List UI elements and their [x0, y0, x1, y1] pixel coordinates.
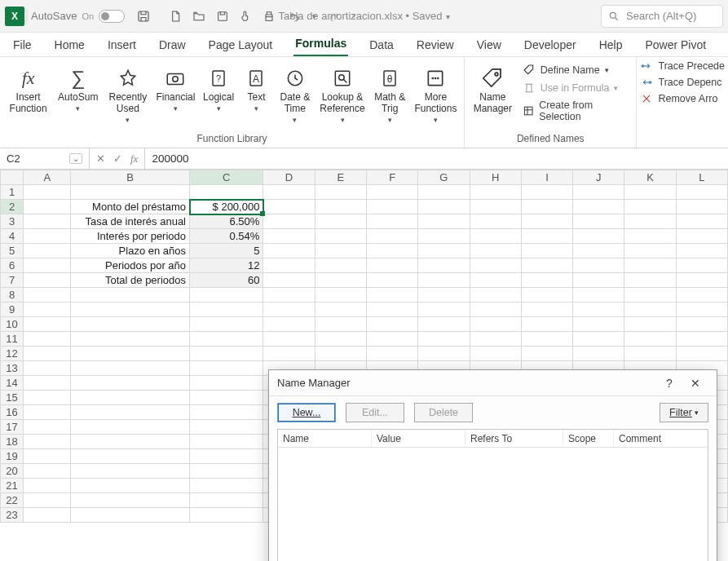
dialog-help-button[interactable]: ?	[656, 377, 682, 390]
cell-B13[interactable]	[71, 361, 190, 376]
cell-D9[interactable]	[263, 303, 315, 317]
fx-icon[interactable]: fx	[130, 152, 138, 166]
cell-H11[interactable]	[470, 332, 521, 347]
cell-I12[interactable]	[521, 347, 572, 361]
cell-L8[interactable]	[676, 288, 727, 303]
cell-C9[interactable]	[190, 303, 263, 317]
cell-H1[interactable]	[470, 185, 521, 200]
cell-L1[interactable]	[676, 185, 727, 200]
redo-dropdown-icon[interactable]: ▾	[352, 12, 356, 20]
cell-A15[interactable]	[24, 391, 71, 405]
cell-A11[interactable]	[24, 332, 71, 347]
cell-C21[interactable]	[190, 479, 263, 493]
cell-F9[interactable]	[366, 303, 417, 317]
cell-G5[interactable]	[418, 244, 470, 258]
col-header-value[interactable]: Value	[372, 430, 465, 447]
cell-I10[interactable]	[521, 317, 572, 332]
cell-E4[interactable]	[315, 229, 366, 244]
cell-G2[interactable]	[418, 200, 470, 214]
cell-C17[interactable]	[190, 420, 263, 435]
col-header-C[interactable]: C	[190, 170, 263, 185]
cell-B5[interactable]: Plazo en años	[71, 244, 190, 258]
cell-J6[interactable]	[573, 258, 624, 273]
tab-home[interactable]: Home	[53, 35, 86, 56]
cell-J8[interactable]	[573, 288, 624, 303]
cell-B4[interactable]: Interés por periodo	[71, 229, 190, 244]
row-header-12[interactable]: 12	[1, 347, 24, 361]
create-from-selection-button[interactable]: Create from Selection	[523, 99, 629, 122]
cell-H9[interactable]	[470, 303, 521, 317]
chevron-down-icon[interactable]: ⌄	[69, 153, 82, 164]
dialog-new-button[interactable]: New...	[277, 403, 336, 422]
recently-used-button[interactable]: Recently Used▾	[104, 62, 151, 129]
col-header-refers[interactable]: Refers To	[465, 430, 563, 447]
tab-page-layout[interactable]: Page Layout	[207, 35, 275, 56]
row-header-2[interactable]: 2	[1, 200, 24, 214]
cell-K6[interactable]	[624, 258, 676, 273]
col-header-F[interactable]: F	[366, 170, 417, 185]
trace-precedents-button[interactable]: Trace Precede	[640, 60, 725, 72]
tab-power-pivot[interactable]: Power Pivot	[643, 35, 708, 56]
cell-G3[interactable]	[418, 214, 470, 229]
undo-dropdown-icon[interactable]: ▾	[312, 12, 316, 20]
cell-F10[interactable]	[366, 317, 417, 332]
cell-I9[interactable]	[521, 303, 572, 317]
cell-A9[interactable]	[24, 303, 71, 317]
cell-I5[interactable]	[521, 244, 572, 258]
row-header-1[interactable]: 1	[1, 185, 24, 200]
cell-A10[interactable]	[24, 317, 71, 332]
cell-A1[interactable]	[24, 185, 71, 200]
financial-button[interactable]: Financial▾	[154, 62, 196, 117]
tab-help[interactable]: Help	[598, 35, 624, 56]
cell-G12[interactable]	[418, 347, 470, 361]
cell-D1[interactable]	[263, 185, 315, 200]
cell-A17[interactable]	[24, 420, 71, 435]
cell-K9[interactable]	[624, 303, 676, 317]
row-header-23[interactable]: 23	[1, 508, 24, 523]
cell-C3[interactable]: 6.50%	[190, 214, 263, 229]
tab-draw[interactable]: Draw	[157, 35, 188, 56]
cell-B20[interactable]	[71, 464, 190, 479]
tab-file[interactable]: File	[11, 35, 33, 56]
cell-J1[interactable]	[573, 185, 624, 200]
cell-H3[interactable]	[470, 214, 521, 229]
cell-C20[interactable]	[190, 464, 263, 479]
cell-C16[interactable]	[190, 405, 263, 420]
cell-I11[interactable]	[521, 332, 572, 347]
tab-insert[interactable]: Insert	[106, 35, 138, 56]
cell-A6[interactable]	[24, 258, 71, 273]
cell-A20[interactable]	[24, 464, 71, 479]
cell-J3[interactable]	[573, 214, 624, 229]
cell-B2[interactable]: Monto del préstamo	[71, 200, 190, 214]
cell-H5[interactable]	[470, 244, 521, 258]
save-icon[interactable]	[216, 10, 229, 23]
cell-D5[interactable]	[263, 244, 315, 258]
name-box[interactable]: C2 ⌄	[0, 148, 90, 169]
cell-K2[interactable]	[624, 200, 676, 214]
cell-L2[interactable]	[676, 200, 727, 214]
cell-J10[interactable]	[573, 317, 624, 332]
row-header-21[interactable]: 21	[1, 479, 24, 493]
row-header-17[interactable]: 17	[1, 420, 24, 435]
cell-C10[interactable]	[190, 317, 263, 332]
cell-F5[interactable]	[366, 244, 417, 258]
cell-L5[interactable]	[676, 244, 727, 258]
cell-F12[interactable]	[366, 347, 417, 361]
cell-A14[interactable]	[24, 376, 71, 391]
cell-C7[interactable]: 60	[190, 273, 263, 288]
cell-E6[interactable]	[315, 258, 366, 273]
cell-C4[interactable]: 0.54%	[190, 229, 263, 244]
cell-L9[interactable]	[676, 303, 727, 317]
row-header-16[interactable]: 16	[1, 405, 24, 420]
cell-L7[interactable]	[676, 273, 727, 288]
cell-I8[interactable]	[521, 288, 572, 303]
worksheet-grid[interactable]: ABCDEFGHIJKL12Monto del préstamo $ 200,0…	[0, 170, 728, 561]
row-header-11[interactable]: 11	[1, 332, 24, 347]
cell-H6[interactable]	[470, 258, 521, 273]
row-header-3[interactable]: 3	[1, 214, 24, 229]
cell-A16[interactable]	[24, 405, 71, 420]
cell-E1[interactable]	[315, 185, 366, 200]
cell-B18[interactable]	[71, 435, 190, 449]
cell-H4[interactable]	[470, 229, 521, 244]
cell-B11[interactable]	[71, 332, 190, 347]
